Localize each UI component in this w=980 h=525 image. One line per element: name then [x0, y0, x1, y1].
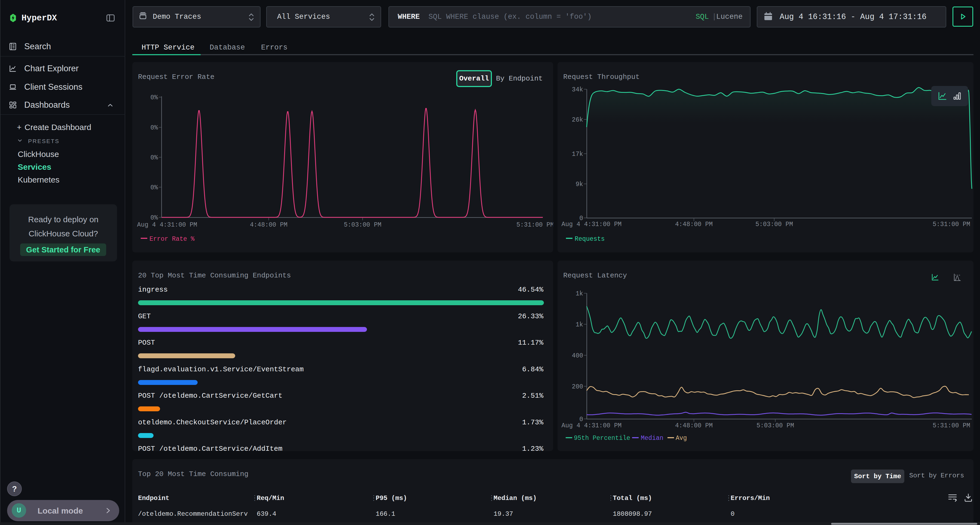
- svg-text:95th Percentile: 95th Percentile: [574, 435, 630, 442]
- svg-text:9k: 9k: [576, 181, 583, 188]
- svg-text:400: 400: [572, 352, 583, 359]
- svg-text:0%: 0%: [150, 214, 158, 221]
- svg-text:5:03:00 PM: 5:03:00 PM: [756, 221, 793, 228]
- svg-text:1k: 1k: [576, 290, 583, 297]
- svg-text:5:03:00 PM: 5:03:00 PM: [344, 221, 381, 228]
- svg-text:0%: 0%: [150, 124, 158, 132]
- svg-text:0%: 0%: [150, 184, 158, 191]
- svg-text:17k: 17k: [572, 151, 583, 158]
- svg-text:Median: Median: [641, 435, 663, 442]
- svg-text:4:48:00 PM: 4:48:00 PM: [675, 221, 713, 228]
- svg-text:34k: 34k: [572, 86, 583, 93]
- svg-text:5:03:00 PM: 5:03:00 PM: [757, 422, 794, 429]
- svg-text:5:31:00 PM: 5:31:00 PM: [516, 221, 553, 228]
- svg-text:26k: 26k: [572, 116, 583, 124]
- svg-text:Error Rate %: Error Rate %: [150, 236, 195, 243]
- svg-text:Aug 4 4:31:00 PM: Aug 4 4:31:00 PM: [137, 221, 197, 228]
- svg-text:Avg: Avg: [676, 435, 687, 442]
- svg-text:5:31:00 PM: 5:31:00 PM: [932, 422, 970, 429]
- svg-text:Aug 4 4:31:00 PM: Aug 4 4:31:00 PM: [562, 221, 622, 228]
- svg-text:Aug 4 4:31:00 PM: Aug 4 4:31:00 PM: [562, 422, 622, 429]
- svg-text:4:48:00 PM: 4:48:00 PM: [675, 422, 713, 429]
- svg-text:200: 200: [572, 383, 583, 390]
- svg-text:Requests: Requests: [575, 236, 605, 243]
- svg-text:4:48:00 PM: 4:48:00 PM: [250, 221, 288, 228]
- svg-text:5:31:00 PM: 5:31:00 PM: [932, 221, 970, 228]
- svg-text:0%: 0%: [150, 154, 158, 161]
- svg-text:0%: 0%: [150, 94, 158, 101]
- svg-text:1k: 1k: [576, 321, 583, 328]
